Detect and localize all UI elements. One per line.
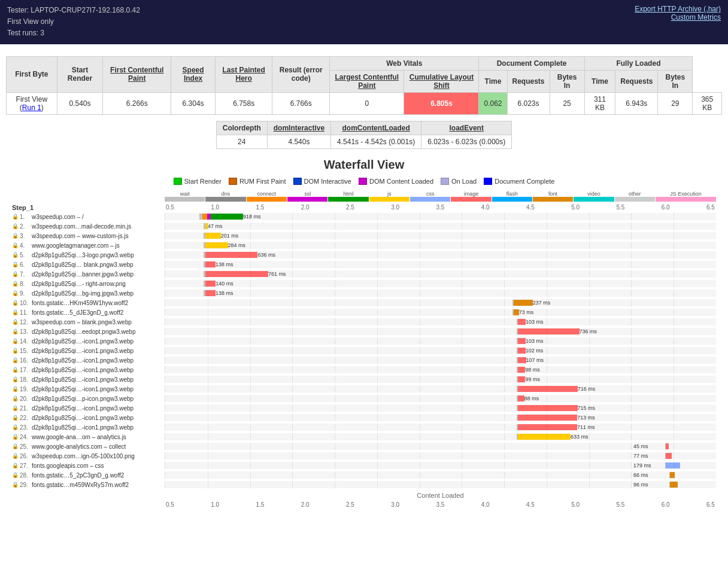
resource-url[interactable]: fonts.gstatic…5_2pC3gnD_g.woff2	[32, 472, 124, 479]
grid-line	[208, 290, 208, 297]
dom-interactive-color	[293, 178, 302, 185]
legend-doc-complete: Document Complete	[484, 178, 554, 185]
resource-url[interactable]: d2pk8p1gu825qi…eedopt.pngw3.webp	[32, 328, 135, 335]
resource-url[interactable]: w3speedup.com…mail-decode.min.js	[32, 223, 131, 230]
resource-url[interactable]: d2pk8p1gu825qi…-icon1.pngw3.webp	[32, 386, 134, 392]
grid-line	[377, 404, 378, 412]
grid-line	[547, 471, 547, 479]
header-info: Tester: LAPTOP-CRUP27I7-192.168.0.42 Fir…	[7, 5, 140, 39]
waterfall-row: 🔒29.fonts.gstatic…m459WxRyS7m.woff296 ms	[12, 480, 716, 489]
export-har-link[interactable]: Export HTTP Archive (.har)	[635, 5, 721, 13]
grid-line	[462, 318, 462, 325]
resource-url[interactable]: d2pk8p1gu825qi…-icon1.pngw3.webp	[32, 367, 134, 373]
resource-url[interactable]: d2pk8p1gu825qi…banner.jpgw3.webp	[32, 271, 134, 278]
row-cls: 0.062	[479, 92, 507, 114]
lock-icon: 🔒	[12, 376, 19, 382]
resource-url[interactable]: d2pk8p1gu825qi…-icon1.pngw3.webp	[32, 348, 134, 354]
waterfall-row: 🔒22.d2pk8p1gu825qi…-icon1.pngw3.webp713 …	[12, 413, 716, 422]
row-speed-index: 6.758s	[215, 92, 272, 114]
row-number: 8.	[20, 281, 31, 287]
resource-url[interactable]: fonts.gstatic…5_dJE3gnD_g.woff2	[32, 309, 123, 316]
grid-line	[589, 433, 590, 440]
waterfall-row: 🔒13.d2pk8p1gu825qi…eedopt.pngw3.webp736 …	[12, 327, 716, 336]
lock-icon: 🔒	[12, 434, 19, 440]
resource-url[interactable]: www.googletagmanager.com – js	[32, 242, 120, 249]
grid-line	[292, 357, 293, 364]
grid-line	[292, 424, 293, 431]
col-loadevent: loadEvent	[421, 121, 512, 135]
row-number: 3.	[20, 233, 31, 239]
timeline-bar: 99 ms	[165, 376, 716, 383]
grid-line	[462, 471, 462, 479]
resource-name: 🔒15.d2pk8p1gu825qi…-icon1.pngw3.webp	[12, 348, 165, 354]
grid-line	[335, 290, 335, 297]
grid-line	[674, 337, 674, 345]
resource-url[interactable]: fonts.gstatic…m459WxRyS7m.woff2	[32, 482, 129, 488]
grid-line	[420, 414, 420, 421]
timing-label: 103 ms	[526, 338, 544, 344]
timing-label: 179 ms	[633, 462, 651, 468]
grid-line	[589, 481, 590, 488]
waterfall-row: 🔒4.www.googletagmanager.com – js284 ms	[12, 241, 716, 250]
col-first-byte: First Byte	[7, 56, 57, 92]
resource-url[interactable]: w3speedup.com – /	[32, 214, 84, 220]
resource-url[interactable]: w3speedup.com – www-custom-js.js	[32, 233, 129, 239]
resource-url[interactable]: fonts.gstatic…HKm459W1hyw.woff2	[32, 300, 128, 306]
lock-icon: 🔒	[12, 386, 19, 392]
grid-line	[250, 462, 251, 469]
grid-line	[504, 309, 505, 316]
timeline-bar: 96 ms	[165, 481, 716, 488]
resource-url[interactable]: d2pk8p1gu825qi…-icon1.pngw3.webp	[32, 338, 134, 345]
grid-line	[631, 404, 632, 412]
resource-url[interactable]: d2pk8p1gu825qi…p-icon.pngw3.webp	[32, 395, 134, 402]
grid-line	[250, 242, 251, 249]
resource-url[interactable]: fonts.googleapis.com – css	[32, 462, 104, 469]
run-link[interactable]: Run 1	[22, 104, 41, 112]
resource-url[interactable]: d2pk8p1gu825qi…- right-arrow.png	[32, 281, 126, 287]
resource-name: 🔒26.w3speedup.com…ign-05-100x100.png	[12, 453, 165, 460]
grid-line	[377, 462, 378, 469]
resource-url[interactable]: w3speedup.com…ign-05-100x100.png	[32, 453, 135, 460]
waterfall-row: 🔒23.d2pk8p1gu825qi…-icon1.pngw3.webp711 …	[12, 423, 716, 432]
timing-label: 736 ms	[580, 328, 597, 334]
grid-line	[504, 357, 505, 364]
resource-url[interactable]: www.google-analytics.com – collect	[32, 443, 126, 450]
grid-line	[504, 471, 505, 479]
web-vitals-header: Web Vitals	[330, 56, 479, 70]
resource-name: 🔒24.www.google-ana…om – analytics.js	[12, 434, 165, 440]
lock-icon: 🔒	[12, 482, 19, 488]
grid-line	[462, 261, 462, 268]
resource-url[interactable]: d2pk8p1gu825qi…-icon1.pngw3.webp	[32, 376, 134, 383]
custom-metrics-link[interactable]: Custom Metrics	[635, 13, 721, 22]
row-number: 29.	[20, 482, 31, 488]
legend-doc-complete-label: Document Complete	[495, 178, 554, 185]
grid-line	[335, 309, 335, 316]
grid-line	[335, 443, 335, 450]
resource-url[interactable]: d2pk8p1gu825qi…-icon1.pngw3.webp	[32, 424, 134, 431]
grid-line	[547, 290, 547, 297]
resource-url[interactable]: d2pk8p1gu825qi… blank.pngw3.webp	[32, 261, 134, 268]
row-number: 27.	[20, 462, 31, 469]
resource-url[interactable]: d2pk8p1gu825qi…-icon1.pngw3.webp	[32, 357, 134, 364]
bar-segment	[518, 386, 578, 392]
grid-line	[335, 395, 335, 402]
resource-url[interactable]: d2pk8p1gu825qi…-icon1.pngw3.webp	[32, 405, 134, 412]
timeline-bar: 102 ms	[165, 347, 716, 354]
resource-url[interactable]: d2pk8p1gu825qi…bg-img.jpgw3.webp	[32, 290, 134, 297]
grid-line	[420, 309, 420, 316]
grid-line	[674, 309, 674, 316]
lock-icon: 🔒	[12, 462, 19, 468]
resource-url[interactable]: w3speedup.com – blank.pngw3.webp	[32, 319, 132, 325]
grid-line	[589, 471, 590, 479]
resource-url[interactable]: d2pk8p1gu825qi…3-logo.pngw3.webp	[32, 252, 134, 258]
grid-line	[377, 213, 378, 220]
resource-name: 🔒18.d2pk8p1gu825qi…-icon1.pngw3.webp	[12, 376, 165, 383]
resource-url[interactable]: www.google-ana…om – analytics.js	[32, 434, 126, 440]
timeline-bar: 138 ms	[165, 290, 716, 297]
grid-line	[292, 251, 293, 258]
bar-segment	[518, 424, 577, 430]
grid-line	[420, 357, 420, 364]
grid-line	[250, 414, 251, 421]
header: Tester: LAPTOP-CRUP27I7-192.168.0.42 Fir…	[0, 0, 728, 44]
resource-url[interactable]: d2pk8p1gu825qi…-icon1.pngw3.webp	[32, 415, 134, 421]
